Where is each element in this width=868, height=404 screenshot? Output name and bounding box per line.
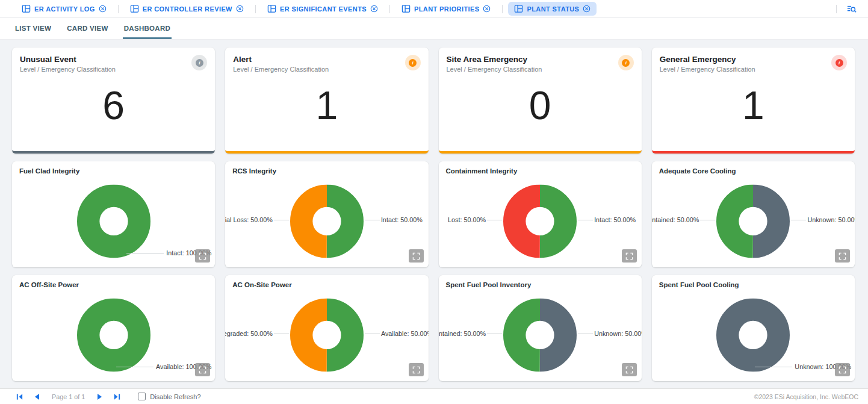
donut-chart: Unknown: 100.00% [652,290,855,378]
leader-line-left [487,220,502,220]
disable-refresh-checkbox[interactable] [138,393,146,400]
donut-svg [503,184,577,258]
slice-label-left: Potential Loss: 50.00% [225,216,273,223]
fullscreen-icon [412,366,420,374]
board-tab-bar: ER ACTIVITY LOG ER CONTROLLER REVIEW ER … [0,0,868,18]
expand-button[interactable] [835,363,850,376]
tab-plant-status[interactable]: PLANT STATUS [508,2,597,16]
donut-svg [290,184,364,258]
tab-label: ER CONTROLLER REVIEW [143,5,232,13]
donut-chart: Lost: 50.00% Intact: 50.00% [439,176,642,264]
previous-page-button[interactable] [33,393,40,400]
leader-line-left [700,220,715,220]
stat-value: 1 [225,85,428,125]
slice-label-left: Maintained: 50.00% [439,330,486,337]
donut-svg [77,184,150,258]
card-title: AC Off-Site Power [19,281,208,288]
stat-card-general-emergency: General Emergency Level / Emergency Clas… [652,48,855,154]
chart-card-ac-on-site-power: AC On-Site Power Degraded: 50.00% Availa… [225,275,428,381]
donut-svg [716,298,790,371]
stat-card-site-area-emergency: Site Area Emergency Level / Emergency Cl… [439,48,642,154]
expand-button[interactable] [835,249,850,263]
tab-list-view[interactable]: LIST VIEW [14,18,52,39]
leader-line-right [365,334,380,334]
tab-label: PLANT STATUS [527,5,579,13]
fullscreen-icon [839,252,846,260]
tab-label: ER ACTIVITY LOG [34,5,95,13]
fullscreen-icon [625,366,633,374]
expand-button[interactable] [409,249,424,263]
slice-label-right: Unknown: 50.00% [594,330,642,337]
leader-line-right [578,334,593,334]
chart-card-spent-fuel-pool-inventory: Spent Fuel Pool Inventory Maintained: 50… [439,275,642,381]
leader-line [116,367,153,367]
stat-value: 0 [439,85,642,125]
card-title: Containment Integrity [446,167,634,175]
tab-card-view[interactable]: CARD VIEW [66,18,110,39]
info-icon[interactable]: i [618,55,634,70]
fullscreen-icon [625,252,633,260]
close-icon[interactable] [236,5,244,13]
expand-button[interactable] [622,249,637,263]
tab-er-controller-review[interactable]: ER CONTROLLER REVIEW [124,2,250,16]
slice-label-left: Maintained: 50.00% [652,216,699,223]
chart-card-containment-integrity: Containment Integrity Lost: 50.00% Intac… [439,161,642,267]
footer-bar: Page 1 of 1 Disable Refresh? ©2023 ESi A… [0,388,868,404]
tab-dashboard[interactable]: DASHBOARD [123,18,172,39]
board-icon [514,4,523,13]
tab-separator [118,5,119,13]
close-icon[interactable] [483,5,491,13]
card-title: RCS Integrity [232,167,421,175]
fullscreen-icon [839,366,846,374]
info-icon[interactable]: i [831,55,847,70]
info-icon[interactable]: i [191,55,207,70]
board-icon [130,4,139,13]
donut-svg [290,298,364,371]
chart-card-adequate-core-cooling: Adequate Core Cooling Maintained: 50.00%… [652,161,855,267]
page-indicator: Page 1 of 1 [52,393,85,400]
pagination: Page 1 of 1 [16,393,121,400]
tab-er-significant-events[interactable]: ER SIGNIFICANT EVENTS [261,2,384,16]
stat-value: 1 [652,85,855,125]
leader-line [126,253,164,253]
slice-label-right: Unknown: 50.00% [807,216,855,223]
search-boards-icon[interactable] [846,4,857,14]
close-icon[interactable] [99,5,107,13]
slice-label-right: Available: 50.00% [381,330,429,337]
first-page-button[interactable] [16,393,23,400]
copyright-text: ©2023 ESi Acquisition, Inc. WebEOC [754,393,858,400]
fullscreen-icon [199,252,206,260]
expand-button[interactable] [409,363,424,376]
view-tab-bar: LIST VIEW CARD VIEW DASHBOARD [0,18,868,40]
card-title: Site Area Emergency [447,55,542,64]
donut-svg [503,298,577,371]
info-icon[interactable]: i [405,55,421,70]
expand-button[interactable] [195,249,210,263]
card-title: Adequate Core Cooling [659,167,848,175]
expand-button[interactable] [195,363,210,376]
next-page-button[interactable] [97,393,104,400]
tab-separator [255,5,256,13]
chart-card-ac-off-site-power: AC Off-Site Power Available: 100.00% [12,275,215,381]
close-icon[interactable] [583,5,591,13]
tab-label: PLANT PRIORITIES [414,5,479,13]
close-icon[interactable] [370,5,378,13]
chart-card-rcs-integrity: RCS Integrity Potential Loss: 50.00% Int… [225,161,428,267]
leader-line-left [274,220,289,220]
donut-chart: Maintained: 50.00% Unknown: 50.00% [652,176,855,264]
fullscreen-icon [199,366,206,374]
donut-chart: Maintained: 50.00% Unknown: 50.00% [439,290,642,378]
dashboard-grid: Unusual Event Level / Emergency Classifi… [0,40,868,388]
card-title: Spent Fuel Pool Cooling [659,281,848,288]
expand-button[interactable] [622,363,637,376]
tab-er-activity-log[interactable]: ER ACTIVITY LOG [16,2,113,16]
tab-plant-priorities[interactable]: PLANT PRIORITIES [395,2,497,16]
card-title: AC On-Site Power [232,281,421,288]
board-icon [267,4,276,13]
leader-line-left [487,334,502,334]
card-title: Fuel Clad Integrity [19,167,208,175]
chart-card-fuel-clad-integrity: Fuel Clad Integrity Intact: 100.00% [12,161,215,267]
last-page-button[interactable] [113,393,121,400]
fullscreen-icon [412,252,420,260]
slice-label-right: Intact: 50.00% [381,216,423,223]
